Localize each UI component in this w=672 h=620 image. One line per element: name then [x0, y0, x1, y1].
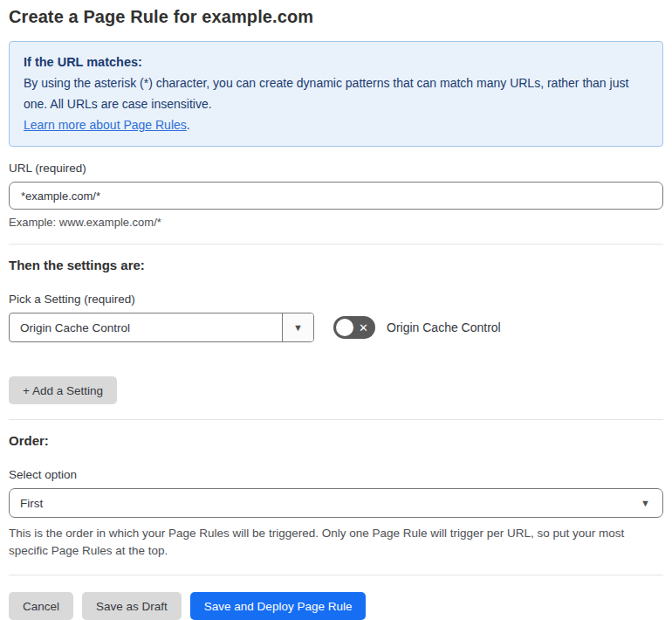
info-box-heading: If the URL matches:: [24, 52, 648, 72]
pick-setting-arrow-button[interactable]: ▼: [282, 313, 313, 341]
url-input[interactable]: [9, 182, 663, 210]
settings-section-heading: Then the settings are:: [9, 258, 663, 272]
page-title: Create a Page Rule for example.com: [9, 7, 663, 27]
chevron-down-icon: ▼: [641, 499, 650, 508]
pick-setting-selected-value: Origin Cache Control: [10, 313, 282, 341]
origin-cache-control-toggle[interactable]: ✕: [333, 316, 375, 339]
add-setting-wrap: + Add a Setting: [9, 376, 663, 404]
order-section-heading: Order:: [9, 433, 663, 448]
link-suffix: .: [187, 118, 190, 132]
url-match-info-box: If the URL matches: By using the asteris…: [9, 41, 663, 147]
toggle-label: Origin Cache Control: [387, 320, 501, 334]
order-select-arrow: ▼: [641, 489, 662, 517]
footer-actions: Cancel Save as Draft Save and Deploy Pag…: [9, 592, 663, 620]
save-and-deploy-button[interactable]: Save and Deploy Page Rule: [190, 592, 367, 620]
info-box-link-line: Learn more about Page Rules.: [24, 114, 648, 135]
pick-setting-label: Pick a Setting (required): [9, 293, 663, 306]
toggle-knob: [336, 319, 353, 336]
cancel-button[interactable]: Cancel: [9, 592, 73, 620]
pick-setting-select[interactable]: Origin Cache Control ▼: [9, 313, 314, 342]
chevron-down-icon: ▼: [293, 323, 303, 333]
order-select-label: Select option: [9, 468, 663, 481]
setting-row: Origin Cache Control ▼ ✕ Origin Cache Co…: [9, 313, 663, 342]
url-field-label: URL (required): [9, 162, 663, 175]
toggle-off-icon: ✕: [359, 322, 368, 334]
url-field-helper: Example: www.example.com/*: [9, 216, 663, 229]
divider: [9, 575, 663, 575]
order-select[interactable]: First ▼: [9, 488, 663, 518]
order-helper-text: This is the order in which your Page Rul…: [9, 525, 656, 560]
save-as-draft-button[interactable]: Save as Draft: [82, 592, 182, 620]
order-selected-value: First: [10, 489, 641, 517]
info-box-body: By using the asterisk (*) character, you…: [24, 72, 648, 114]
add-setting-button[interactable]: + Add a Setting: [9, 376, 117, 404]
page-rule-form: Create a Page Rule for example.com If th…: [0, 0, 672, 620]
divider: [9, 244, 663, 245]
learn-more-link[interactable]: Learn more about Page Rules: [24, 118, 187, 132]
divider: [9, 419, 663, 420]
